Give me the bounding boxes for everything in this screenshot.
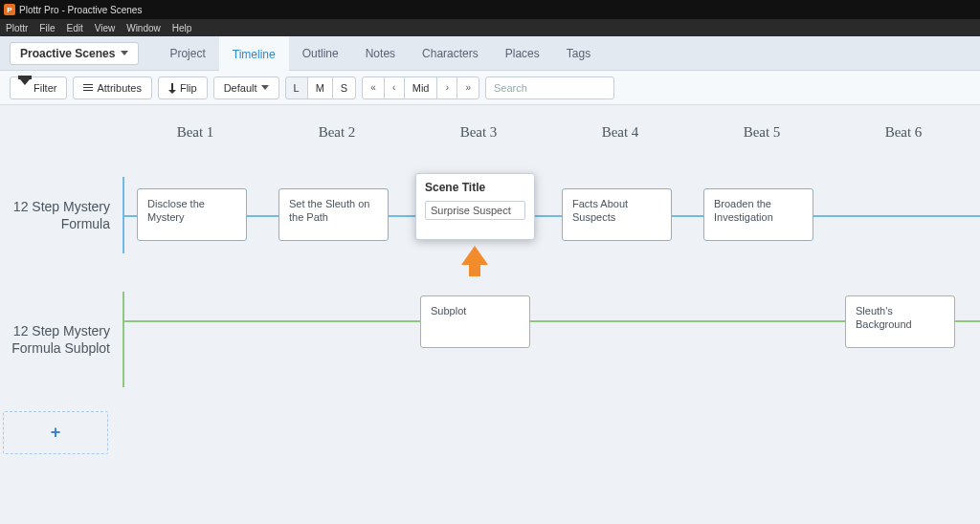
book-dropdown[interactable]: Proactive Scenes xyxy=(10,42,139,65)
tab-timeline[interactable]: Timeline xyxy=(219,36,289,71)
beat-header[interactable]: Beat 1 xyxy=(124,124,266,141)
scene-title-input[interactable] xyxy=(425,201,525,220)
flip-label: Flip xyxy=(180,82,197,94)
default-dropdown[interactable]: Default xyxy=(213,76,279,99)
plotline-vbar xyxy=(122,292,124,387)
menu-file[interactable]: File xyxy=(39,23,55,33)
filter-label: Filter xyxy=(33,82,56,94)
plus-icon: + xyxy=(51,423,61,443)
attributes-label: Attributes xyxy=(97,82,141,94)
scene-card[interactable]: Sleuth's Background xyxy=(845,295,955,348)
tab-tags[interactable]: Tags xyxy=(553,36,604,71)
scene-card-editing[interactable]: Scene Title xyxy=(415,173,535,240)
plotline-row: 12 Step Mystery Formula Subplot Subplot … xyxy=(0,292,980,387)
nav-tabs: Project Timeline Outline Notes Character… xyxy=(156,36,604,71)
scene-card[interactable]: Broaden the Investigation xyxy=(703,188,813,241)
scene-card[interactable]: Subplot xyxy=(420,295,530,348)
zoom-m-button[interactable]: M xyxy=(307,76,333,99)
window-titlebar: P Plottr Pro - Proactive Scenes xyxy=(0,0,980,19)
plotline-line xyxy=(124,215,980,217)
zoom-s-button[interactable]: S xyxy=(332,76,356,99)
menu-plottr[interactable]: Plottr xyxy=(6,23,28,33)
arrow-up-icon xyxy=(461,246,488,265)
nav-mid-button[interactable]: Mid xyxy=(404,76,438,99)
window-title: Plottr Pro - Proactive Scenes xyxy=(19,5,142,15)
plotline-label[interactable]: 12 Step Mystery Formula Subplot xyxy=(0,322,110,357)
tab-characters[interactable]: Characters xyxy=(409,36,492,71)
timeline-canvas: Beat 1 Beat 2 Beat 3 Beat 4 Beat 5 Beat … xyxy=(0,105,980,524)
toolbar: Filter Attributes Flip Default L M S « ‹… xyxy=(0,71,980,105)
search-input[interactable] xyxy=(485,76,614,99)
caret-down-icon xyxy=(121,51,128,55)
menu-edit[interactable]: Edit xyxy=(66,23,82,33)
beat-headers: Beat 1 Beat 2 Beat 3 Beat 4 Beat 5 Beat … xyxy=(124,124,980,141)
scene-card[interactable]: Facts About Suspects xyxy=(562,188,672,241)
plotline-label[interactable]: 12 Step Mystery Formula xyxy=(0,198,110,232)
list-icon xyxy=(83,84,93,92)
zoom-group: L M S xyxy=(285,76,357,99)
plotline-row: 12 Step Mystery Formula Disclose the Mys… xyxy=(0,177,980,253)
tab-project[interactable]: Project xyxy=(156,36,218,71)
menu-window[interactable]: Window xyxy=(126,23,161,33)
nav-first-button[interactable]: « xyxy=(362,76,385,99)
beat-header[interactable]: Beat 3 xyxy=(408,124,549,141)
scene-card[interactable]: Set the Sleuth on the Path xyxy=(278,188,389,241)
zoom-l-button[interactable]: L xyxy=(285,76,308,99)
menu-help[interactable]: Help xyxy=(172,23,192,33)
tab-outline[interactable]: Outline xyxy=(289,36,352,71)
nav-last-button[interactable]: » xyxy=(457,76,479,99)
nav-next-button[interactable]: › xyxy=(436,76,457,99)
beat-header[interactable]: Beat 5 xyxy=(691,124,833,141)
book-dropdown-label: Proactive Scenes xyxy=(20,47,115,60)
attributes-button[interactable]: Attributes xyxy=(73,76,151,99)
flip-icon xyxy=(168,83,176,93)
filter-button[interactable]: Filter xyxy=(10,76,67,99)
flip-button[interactable]: Flip xyxy=(158,76,208,99)
menu-view[interactable]: View xyxy=(95,23,116,33)
caret-down-icon xyxy=(261,85,269,90)
nav-group: « ‹ Mid › » xyxy=(362,76,479,99)
beat-header[interactable]: Beat 6 xyxy=(833,124,974,141)
scene-title-label: Scene Title xyxy=(425,181,525,196)
scene-card[interactable]: Disclose the Mystery xyxy=(137,188,247,241)
nav-bar: Proactive Scenes Project Timeline Outlin… xyxy=(0,36,980,71)
filter-icon xyxy=(20,79,30,97)
nav-prev-button[interactable]: ‹ xyxy=(384,76,405,99)
tab-notes[interactable]: Notes xyxy=(352,36,409,71)
default-label: Default xyxy=(224,82,257,94)
menu-bar: Plottr File Edit View Window Help xyxy=(0,19,980,36)
tab-places[interactable]: Places xyxy=(492,36,553,71)
beat-header[interactable]: Beat 2 xyxy=(266,124,408,141)
beat-header[interactable]: Beat 4 xyxy=(549,124,691,141)
app-icon: P xyxy=(4,4,15,15)
add-plotline-button[interactable]: + xyxy=(3,411,108,454)
